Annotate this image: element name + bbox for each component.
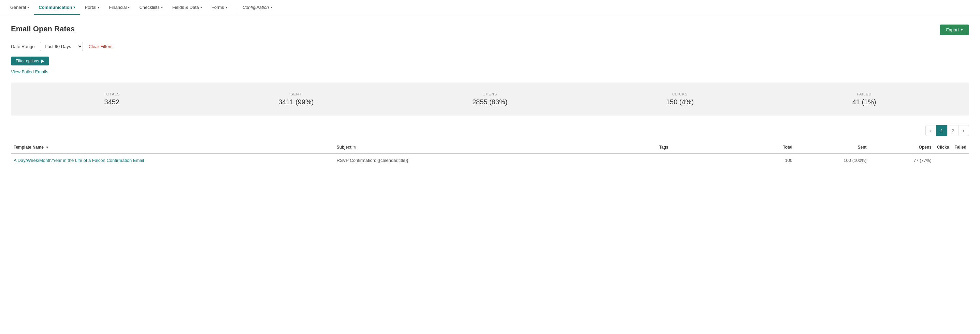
nav-financial-label: Financial: [109, 5, 127, 10]
pagination-page2-button[interactable]: 2: [947, 125, 958, 136]
nav-divider: [235, 3, 235, 11]
nav-general-label: General: [10, 5, 26, 10]
nav-communication-label: Communication: [38, 5, 72, 10]
nav-configuration-label: Configuration: [243, 5, 269, 10]
nav-fields-label: Fields & Data: [172, 5, 199, 10]
table-body: A Day/Week/Month/Year in the Life of a F…: [11, 154, 969, 167]
th-sent-label: Sent: [858, 145, 867, 150]
row-sent: 100 (100%): [795, 154, 869, 167]
stat-failed-value: 41 (1%): [853, 98, 876, 106]
filter-options-chevron-icon: ▶: [41, 59, 45, 63]
nav-financial-chevron: ▾: [128, 5, 130, 9]
th-sent: Sent: [795, 141, 869, 154]
export-label: Export: [946, 27, 959, 32]
th-total-label: Total: [783, 145, 792, 150]
stat-clicks-label: CLICKS: [666, 92, 694, 96]
pagination-next-button[interactable]: ›: [958, 125, 969, 136]
stat-failed: FAILED 41 (1%): [853, 92, 876, 106]
pagination-row: ‹ 1 2 ›: [11, 125, 969, 136]
filter-options-label: Filter options: [16, 59, 39, 63]
date-range-label: Date Range: [11, 44, 35, 49]
nav-forms-label: Forms: [212, 5, 224, 10]
nav-checklists-chevron: ▾: [161, 5, 163, 9]
stat-sent-label: SENT: [278, 92, 313, 96]
pagination-prev-button[interactable]: ‹: [925, 125, 936, 136]
nav-portal-chevron: ▾: [98, 5, 99, 9]
th-failed-label: Failed: [955, 145, 966, 150]
th-opens-label: Opens: [919, 145, 932, 150]
th-template-name[interactable]: Template Name ▼: [11, 141, 334, 154]
clear-filters-button[interactable]: Clear Filters: [88, 44, 112, 49]
stat-sent-value: 3411 (99%): [278, 98, 313, 106]
row-opens: 77 (77%): [869, 154, 934, 167]
table-header-row: Template Name ▼ Subject ⇅ Tags Total Sen…: [11, 141, 969, 154]
header-row: Email Open Rates Export ▾: [11, 25, 969, 35]
th-clicks-label: Clicks: [937, 145, 949, 150]
nav-checklists-label: Checklists: [139, 5, 159, 10]
row-failed: [952, 154, 969, 167]
stat-totals-value: 3452: [104, 98, 120, 106]
stat-totals: TOTALS 3452: [104, 92, 120, 106]
export-button[interactable]: Export ▾: [940, 25, 969, 35]
export-chevron-icon: ▾: [961, 28, 963, 32]
nav-item-configuration[interactable]: Configuration ▾: [238, 0, 277, 15]
th-total: Total: [749, 141, 795, 154]
nav-item-fields-data[interactable]: Fields & Data ▾: [167, 0, 207, 15]
stat-totals-label: TOTALS: [104, 92, 120, 96]
th-subject-label: Subject: [337, 145, 352, 150]
th-clicks: Clicks: [934, 141, 952, 154]
nav-configuration-chevron: ▾: [270, 5, 272, 9]
nav-item-checklists[interactable]: Checklists ▾: [134, 0, 167, 15]
row-subject: RSVP Confirmation: {{calendar.title}}: [334, 154, 657, 167]
nav-forms-chevron: ▾: [226, 5, 227, 9]
page-title: Email Open Rates: [11, 25, 75, 33]
email-open-rates-table: Template Name ▼ Subject ⇅ Tags Total Sen…: [11, 141, 969, 167]
stat-opens: OPENS 2855 (83%): [472, 92, 508, 106]
stat-failed-label: FAILED: [853, 92, 876, 96]
sort-subject-icon: ⇅: [353, 146, 356, 149]
nav-portal-label: Portal: [84, 5, 96, 10]
main-content: Email Open Rates Export ▾ Date Range Las…: [0, 15, 980, 177]
stat-clicks: CLICKS 150 (4%): [666, 92, 694, 106]
nav-item-portal[interactable]: Portal ▾: [80, 0, 104, 15]
table-header: Template Name ▼ Subject ⇅ Tags Total Sen…: [11, 141, 969, 154]
filter-options-button[interactable]: Filter options ▶: [11, 57, 49, 65]
th-template-label: Template Name: [14, 145, 44, 150]
view-failed-emails-link[interactable]: View Failed Emails: [11, 69, 48, 74]
nav-item-forms[interactable]: Forms ▾: [207, 0, 232, 15]
pagination-page1-button[interactable]: 1: [936, 125, 947, 136]
th-opens: Opens: [869, 141, 934, 154]
nav-item-communication[interactable]: Communication ▾: [34, 0, 80, 15]
nav-item-general[interactable]: General ▾: [5, 0, 34, 15]
th-failed: Failed: [952, 141, 969, 154]
stat-sent: SENT 3411 (99%): [278, 92, 313, 106]
th-subject[interactable]: Subject ⇅: [334, 141, 657, 154]
row-total: 100: [749, 154, 795, 167]
row-clicks: [934, 154, 952, 167]
date-range-select[interactable]: Last 30 Days Last 90 Days Last 180 Days …: [40, 42, 83, 51]
nav-fields-chevron: ▾: [200, 5, 202, 9]
nav-communication-chevron: ▾: [73, 5, 75, 9]
filters-row: Date Range Last 30 Days Last 90 Days Las…: [11, 42, 969, 51]
stat-clicks-value: 150 (4%): [666, 98, 694, 106]
th-tags: Tags: [656, 141, 749, 154]
nav-bar: General ▾ Communication ▾ Portal ▾ Finan…: [0, 0, 980, 15]
sort-template-icon: ▼: [45, 146, 49, 149]
nav-item-financial[interactable]: Financial ▾: [104, 0, 134, 15]
row-tags: [656, 154, 749, 167]
th-tags-label: Tags: [659, 145, 668, 150]
stats-box: TOTALS 3452 SENT 3411 (99%) OPENS 2855 (…: [11, 82, 969, 116]
row-template-name[interactable]: A Day/Week/Month/Year in the Life of a F…: [11, 154, 334, 167]
stat-opens-value: 2855 (83%): [472, 98, 508, 106]
filter-options-row: Filter options ▶: [11, 57, 969, 69]
nav-general-chevron: ▾: [27, 5, 29, 9]
stat-opens-label: OPENS: [472, 92, 508, 96]
table-row: A Day/Week/Month/Year in the Life of a F…: [11, 154, 969, 167]
